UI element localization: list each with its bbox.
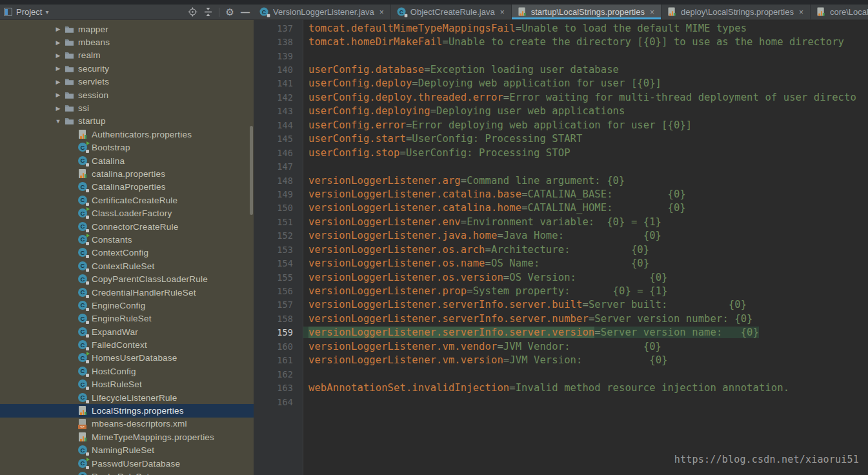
tree-item-startup[interactable]: ▼startup	[0, 115, 254, 128]
tree-item-contextconfig[interactable]: CContextConfig	[0, 247, 254, 259]
code-line-156[interactable]: 156versionLoggerListener.prop=System pro…	[254, 284, 868, 298]
close-icon[interactable]: ×	[500, 8, 505, 17]
code-line-142[interactable]: 142userConfig.deploy.threaded.error=Erro…	[254, 90, 868, 104]
code-line-138[interactable]: 138tomcat.homeDirMakeFail=Unable to crea…	[254, 35, 868, 48]
chevron-down-icon[interactable]: ▾	[45, 8, 48, 15]
project-panel-title[interactable]: Project	[16, 7, 42, 17]
tree-item-localstrings-properties[interactable]: LocalStrings.properties	[0, 404, 254, 417]
line-number: 164	[254, 397, 303, 407]
code-line-155[interactable]: 155versionLoggerListener.os.version=OS V…	[254, 270, 868, 284]
class-icon: C	[78, 274, 88, 284]
tree-item-hostconfig[interactable]: CHostConfig	[0, 365, 254, 378]
code-line-154[interactable]: 154versionLoggerListener.os.name=OS Name…	[254, 256, 868, 270]
tab-versionloggerlistener-java[interactable]: CVersionLoggerListener.java×	[254, 5, 391, 19]
tree-item-realmruleset[interactable]: CRealmRuleSet	[0, 470, 254, 475]
tree-item-bootstrap[interactable]: CBootstrap	[0, 141, 254, 154]
code-line-159[interactable]: 159versionLoggerListener.serverInfo.serv…	[254, 326, 868, 339]
tree-item-passwduserdatabase[interactable]: CPasswdUserDatabase	[0, 457, 254, 470]
close-icon[interactable]: ×	[379, 8, 384, 17]
tree-item-label: CredentialHandlerRuleSet	[92, 288, 196, 298]
code-line-149[interactable]: 149versionLoggerListener.catalina.base=C…	[254, 187, 868, 201]
tree-item-session[interactable]: ▶session	[0, 88, 254, 101]
code-line-141[interactable]: 141userConfig.deploy=Deploying web appli…	[254, 77, 868, 90]
tree-item-label: ssi	[78, 103, 89, 113]
tab-core-localstrings-p[interactable]: core\LocalStrings.p×	[811, 5, 868, 19]
code-line-146[interactable]: 146userConfig.stop=UserConfig: Processin…	[254, 146, 868, 159]
tree-item-copyparentclassloaderrule[interactable]: CCopyParentClassLoaderRule	[0, 272, 254, 285]
tree-item-security[interactable]: ▶security	[0, 62, 254, 75]
tree-item-mbeans[interactable]: ▶mbeans	[0, 35, 254, 48]
code-line-151[interactable]: 151versionLoggerListener.env=Environment…	[254, 215, 868, 228]
code-line-150[interactable]: 150versionLoggerListener.catalina.home=C…	[254, 201, 868, 215]
tree-item-homesuserdatabase[interactable]: CHomesUserDatabase	[0, 352, 254, 365]
tree-item-connectorcreaterule[interactable]: CConnectorCreateRule	[0, 220, 254, 233]
tree-collapsed-arrow-icon[interactable]: ▶	[54, 65, 62, 72]
tree-item-mapper[interactable]: ▶mapper	[0, 23, 254, 35]
code-line-152[interactable]: 152versionLoggerListener.java.home=Java …	[254, 229, 868, 243]
tree-item-label: CopyParentClassLoaderRule	[92, 274, 208, 284]
tree-item-constants[interactable]: CConstants	[0, 233, 254, 246]
tree-item-credentialhandlerruleset[interactable]: CCredentialHandlerRuleSet	[0, 286, 254, 299]
tree-item-authenticators-properties[interactable]: Authenticators.properties	[0, 128, 254, 141]
gear-icon[interactable]: ⚙	[226, 7, 234, 17]
tree-item-realm[interactable]: ▶realm	[0, 49, 254, 62]
close-icon[interactable]: ×	[650, 8, 654, 17]
code-line-158[interactable]: 158versionLoggerListener.serverInfo.serv…	[254, 312, 868, 325]
tree-item-mbeans-descriptors-xml[interactable]: <>mbeans-descriptors.xml	[0, 418, 254, 430]
tree-item-failedcontext[interactable]: CFailedContext	[0, 338, 254, 351]
tree-collapsed-arrow-icon[interactable]: ▶	[54, 39, 62, 46]
hide-panel-button[interactable]: —	[241, 8, 250, 17]
code-line-157[interactable]: 157versionLoggerListener.serverInfo.serv…	[254, 298, 868, 312]
tree-collapsed-arrow-icon[interactable]: ▶	[54, 79, 62, 85]
line-number: 149	[254, 189, 303, 199]
tree-item-hostruleset[interactable]: CHostRuleSet	[0, 378, 254, 391]
tree-collapsed-arrow-icon[interactable]: ▶	[54, 26, 62, 32]
code-line-139[interactable]: 139	[254, 49, 868, 63]
code-line-163[interactable]: 163webAnnotationSet.invalidInjection=Inv…	[254, 381, 868, 394]
tree-item-ssi[interactable]: ▶ssi	[0, 101, 254, 114]
line-text: versionLoggerListener.os.arch=Architectu…	[303, 244, 649, 256]
tree-collapsed-arrow-icon[interactable]: ▶	[54, 92, 62, 98]
tree-item-catalina[interactable]: CCatalina	[0, 154, 254, 167]
tool-window-icon	[4, 8, 12, 16]
folder-icon	[65, 64, 74, 74]
code-line-153[interactable]: 153versionLoggerListener.os.arch=Archite…	[254, 243, 868, 256]
tree-item-engineconfig[interactable]: CEngineConfig	[0, 299, 254, 312]
code-line-147[interactable]: 147	[254, 159, 868, 173]
code-line-164[interactable]: 164	[254, 395, 868, 409]
tree-scrollbar[interactable]	[250, 126, 253, 215]
tree-item-expandwar[interactable]: CExpandWar	[0, 325, 254, 338]
tree-collapsed-arrow-icon[interactable]: ▶	[54, 105, 62, 112]
tree-item-classloaderfactory[interactable]: CClassLoaderFactory	[0, 207, 254, 219]
tab-objectcreaterule-java[interactable]: CObjectCreateRule.java×	[391, 5, 512, 19]
code-line-148[interactable]: 148versionLoggerListener.arg=Command lin…	[254, 174, 868, 187]
tree-item-mimetypemappings-properties[interactable]: MimeTypeMappings.properties	[0, 430, 254, 443]
code-line-140[interactable]: 140userConfig.database=Exception loading…	[254, 63, 868, 76]
tree-item-engineruleset[interactable]: CEngineRuleSet	[0, 312, 254, 325]
code-line-161[interactable]: 161versionLoggerListener.vm.version=JVM …	[254, 354, 868, 367]
tab-deploy-localstrings-properties[interactable]: deploy\LocalStrings.properties×	[661, 5, 811, 19]
collapse-all-button[interactable]	[204, 7, 212, 17]
close-icon[interactable]: ×	[799, 8, 803, 17]
tree-item-contextruleset[interactable]: CContextRuleSet	[0, 259, 254, 272]
editor[interactable]: 137tomcat.defaultMimeTypeMappingsFail=Un…	[254, 20, 868, 475]
tree-collapsed-arrow-icon[interactable]: ▶	[54, 52, 62, 59]
code-line-162[interactable]: 162	[254, 367, 868, 381]
tree-item-catalina-properties[interactable]: catalina.properties	[0, 167, 254, 180]
tree-item-namingruleset[interactable]: CNamingRuleSet	[0, 444, 254, 457]
tree-item-certificatecreaterule[interactable]: CCertificateCreateRule	[0, 194, 254, 207]
class-icon: C	[78, 472, 88, 475]
tree-item-lifecyclelistenerrule[interactable]: CLifecycleListenerRule	[0, 391, 254, 404]
code-line-137[interactable]: 137tomcat.defaultMimeTypeMappingsFail=Un…	[254, 21, 868, 35]
tree-item-catalinaproperties[interactable]: CCatalinaProperties	[0, 181, 254, 194]
tab-startup-localstrings-properties[interactable]: startup\LocalStrings.properties×	[512, 5, 661, 19]
code-line-144[interactable]: 144userConfig.error=Error deploying web …	[254, 118, 868, 132]
code-line-143[interactable]: 143userConfig.deploying=Deploying user w…	[254, 105, 868, 118]
code-line-145[interactable]: 145userConfig.start=UserConfig: Processi…	[254, 132, 868, 146]
code-line-160[interactable]: 160versionLoggerListener.vm.vendor=JVM V…	[254, 339, 868, 353]
line-number: 143	[254, 106, 303, 116]
tree-item-servlets[interactable]: ▶servlets	[0, 76, 254, 88]
tree-expanded-arrow-icon[interactable]: ▼	[54, 118, 62, 125]
tree-item-label: Constants	[92, 235, 132, 245]
locate-file-button[interactable]	[188, 7, 197, 17]
